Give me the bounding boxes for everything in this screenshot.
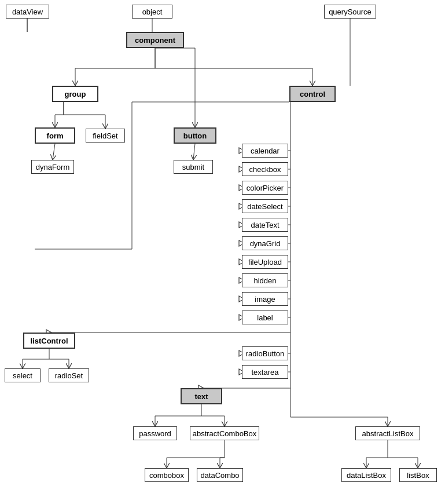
node-dateText: dateText xyxy=(242,218,288,232)
node-label-dataCombo: dataCombo xyxy=(200,471,239,480)
node-abstractComboBox: abstractComboBox xyxy=(190,426,259,440)
node-form: form xyxy=(35,127,75,144)
node-label-select: select xyxy=(13,371,32,380)
node-label-control: control xyxy=(300,90,325,98)
node-dateSelect: dateSelect xyxy=(242,199,288,213)
node-radioSet: radioSet xyxy=(49,368,89,382)
node-label-combobox: combobox xyxy=(149,471,184,480)
node-label-colorPicker: colorPicker xyxy=(247,184,284,192)
node-checkbox: checkbox xyxy=(242,162,288,176)
node-fileUpload: fileUpload xyxy=(242,255,288,269)
node-listBox: listBox xyxy=(399,468,437,482)
node-select: select xyxy=(5,368,41,382)
node-label-calendar: calendar xyxy=(251,147,279,155)
node-group: group xyxy=(52,86,98,102)
node-label-hidden: hidden xyxy=(253,276,276,285)
svg-line-17 xyxy=(53,144,55,160)
node-combobox: combobox xyxy=(145,468,189,482)
node-dynaGrid: dynaGrid xyxy=(242,236,288,250)
node-label-button: button xyxy=(183,132,207,140)
node-text: text xyxy=(181,388,222,404)
node-label-group: group xyxy=(65,90,86,98)
node-label-dynaGrid: dynaGrid xyxy=(250,239,281,248)
node-label-form: form xyxy=(47,132,64,140)
node-label-dataView: dataView xyxy=(12,8,43,16)
node-button: button xyxy=(174,127,216,144)
node-label-object: object xyxy=(142,8,163,16)
svg-line-18 xyxy=(193,144,195,160)
node-textarea: textarea xyxy=(242,365,288,379)
node-submit: submit xyxy=(174,160,213,174)
node-label-fieldSet: fieldSet xyxy=(93,132,117,140)
node-radioButton: radioButton xyxy=(242,346,288,360)
node-label-text: text xyxy=(194,392,208,401)
node-dynaForm: dynaForm xyxy=(31,160,74,174)
node-label-dataListBox: dataListBox xyxy=(347,471,386,480)
node-calendar: calendar xyxy=(242,144,288,158)
node-label-dynaForm: dynaForm xyxy=(36,163,70,171)
node-label-checkbox: checkbox xyxy=(249,165,281,174)
node-label-dateSelect: dateSelect xyxy=(247,202,282,211)
node-label-fileUpload: fileUpload xyxy=(248,258,282,266)
node-label-image: image xyxy=(255,295,275,304)
node-listControl: listControl xyxy=(23,333,75,349)
node-object: object xyxy=(132,5,172,19)
diagram: dataViewobjectquerySourcecomponentgroupc… xyxy=(0,0,445,504)
node-label-abstractListBox: abstractListBox xyxy=(362,429,414,438)
node-hidden: hidden xyxy=(242,273,288,287)
node-label-label: label xyxy=(257,313,273,322)
node-dataView: dataView xyxy=(6,5,49,19)
node-label-textarea: textarea xyxy=(252,368,279,377)
node-label-listBox: listBox xyxy=(407,471,429,480)
node-colorPicker: colorPicker xyxy=(242,181,288,195)
node-querySource: querySource xyxy=(324,5,376,19)
node-label-submit: submit xyxy=(182,163,204,171)
node-image: image xyxy=(242,292,288,306)
node-label-radioSet: radioSet xyxy=(55,371,83,380)
node-abstractListBox: abstractListBox xyxy=(355,426,420,440)
node-dataListBox: dataListBox xyxy=(341,468,391,482)
node-fieldSet: fieldSet xyxy=(86,129,125,143)
node-component: component xyxy=(126,32,184,48)
node-label-abstractComboBox: abstractComboBox xyxy=(193,429,257,438)
node-label-querySource: querySource xyxy=(329,8,372,16)
node-label-listControl: listControl xyxy=(31,337,68,345)
node-label: label xyxy=(242,311,288,324)
node-label-dateText: dateText xyxy=(251,221,279,229)
node-dataCombo: dataCombo xyxy=(197,468,243,482)
node-password: password xyxy=(133,426,177,440)
node-label-password: password xyxy=(139,429,171,438)
node-label-component: component xyxy=(135,36,175,45)
node-control: control xyxy=(289,86,336,102)
node-label-radioButton: radioButton xyxy=(246,349,285,358)
